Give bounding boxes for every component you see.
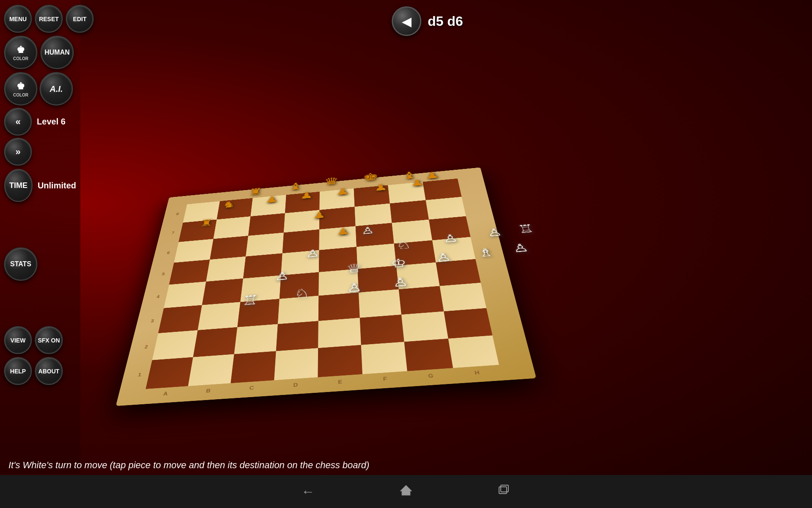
square-A6[interactable] xyxy=(174,239,213,262)
nav-recent-button[interactable] xyxy=(497,483,511,500)
level-display: Level 6 xyxy=(34,117,68,127)
time-button[interactable]: TIME xyxy=(4,169,33,202)
square-B3[interactable] xyxy=(198,302,240,330)
square-E1[interactable] xyxy=(318,345,362,377)
square-A3[interactable] xyxy=(158,305,202,333)
board-grid[interactable] xyxy=(145,179,499,389)
sfx-button[interactable]: SFX ON xyxy=(35,326,63,354)
edit-button[interactable]: EDIT xyxy=(66,5,93,33)
row-8: 8 xyxy=(174,205,181,224)
square-A7[interactable] xyxy=(178,219,217,242)
square-G4[interactable] xyxy=(396,262,439,290)
square-A4[interactable] xyxy=(164,282,206,308)
player2-color-button[interactable]: ♚ COLOR xyxy=(4,72,37,105)
square-E7[interactable] xyxy=(319,207,355,229)
piece-white-bishop-g3[interactable]: ♗ xyxy=(477,246,495,259)
square-F5[interactable] xyxy=(357,243,396,269)
square-E5[interactable] xyxy=(319,247,357,272)
square-E2[interactable] xyxy=(318,318,361,348)
col-g: G xyxy=(408,372,454,381)
nav-back-button[interactable]: ← xyxy=(301,484,315,500)
square-E8[interactable] xyxy=(319,188,354,210)
square-G1[interactable] xyxy=(404,339,453,371)
square-E3[interactable] xyxy=(318,293,360,321)
square-F6[interactable] xyxy=(355,223,394,247)
square-H7[interactable] xyxy=(425,197,466,220)
square-F7[interactable] xyxy=(354,204,392,226)
col-e: E xyxy=(318,378,362,387)
square-F1[interactable] xyxy=(361,342,407,374)
level-prev-button[interactable]: « xyxy=(4,108,32,135)
move-notation-area: ◀ d5 d6 xyxy=(392,6,463,36)
piece-white-pawn-g4[interactable]: ♙ xyxy=(486,227,503,238)
square-G2[interactable] xyxy=(401,311,448,342)
square-B1[interactable] xyxy=(188,354,234,386)
square-C3[interactable] xyxy=(237,299,279,327)
square-D2[interactable] xyxy=(276,321,318,351)
stats-button[interactable]: STATS xyxy=(4,248,37,281)
about-button[interactable]: ABOUT xyxy=(35,357,63,385)
square-F3[interactable] xyxy=(359,289,401,318)
square-E4[interactable] xyxy=(318,269,358,295)
square-H6[interactable] xyxy=(429,216,471,240)
square-D1[interactable] xyxy=(274,348,318,380)
col-h: H xyxy=(453,369,501,378)
square-G5[interactable] xyxy=(394,240,436,266)
square-D3[interactable] xyxy=(277,295,318,324)
level-next-button[interactable]: » xyxy=(4,138,32,166)
time-value: Unlimited xyxy=(38,181,76,190)
player1-type-button[interactable]: HUMAN xyxy=(41,36,74,69)
square-B7[interactable] xyxy=(213,216,250,239)
square-G6[interactable] xyxy=(392,220,432,244)
square-C2[interactable] xyxy=(234,324,278,354)
square-G3[interactable] xyxy=(399,286,444,315)
help-row: HELP ABOUT xyxy=(4,357,76,385)
square-H5[interactable] xyxy=(432,237,476,262)
square-F4[interactable] xyxy=(357,266,399,293)
square-F8[interactable] xyxy=(354,185,390,207)
square-D4[interactable] xyxy=(279,272,319,299)
svg-rect-2 xyxy=(501,485,508,492)
square-A1[interactable] xyxy=(145,357,193,389)
square-H3[interactable] xyxy=(439,283,486,312)
square-B6[interactable] xyxy=(210,236,248,260)
square-A5[interactable] xyxy=(169,260,210,284)
square-D7[interactable] xyxy=(283,210,319,232)
row-1: 1 xyxy=(134,361,145,390)
square-C7[interactable] xyxy=(248,213,285,236)
reset-button[interactable]: RESET xyxy=(35,5,63,33)
square-G7[interactable] xyxy=(390,200,429,223)
menu-button[interactable]: MENU xyxy=(4,5,32,33)
square-C4[interactable] xyxy=(240,275,281,302)
square-H2[interactable] xyxy=(444,308,492,339)
chess-board-perspective: 8 7 6 5 4 3 2 1 A B C D E F G H ♜ xyxy=(82,165,587,447)
square-D6[interactable] xyxy=(282,229,319,253)
square-C5[interactable] xyxy=(243,253,282,278)
square-E6[interactable] xyxy=(319,226,356,250)
square-B5[interactable] xyxy=(206,257,246,282)
nav-home-button[interactable] xyxy=(399,483,413,500)
square-D5[interactable] xyxy=(281,250,319,276)
row-7: 7 xyxy=(170,223,177,243)
square-A2[interactable] xyxy=(152,330,198,360)
square-D8[interactable] xyxy=(285,192,319,213)
square-B4[interactable] xyxy=(202,279,243,305)
view-button[interactable]: VIEW xyxy=(4,326,32,354)
status-message: It's White's turn to move (tap piece to … xyxy=(8,460,369,470)
piece-white-pawn-h3[interactable]: ♙ xyxy=(511,242,530,254)
square-H1[interactable] xyxy=(448,335,499,368)
view-row: VIEW SFX ON xyxy=(4,326,76,354)
square-F2[interactable] xyxy=(359,315,404,345)
player1-color-button[interactable]: ♚ COLOR xyxy=(4,36,37,69)
ai-button[interactable]: A.I. xyxy=(40,72,73,105)
square-C1[interactable] xyxy=(230,351,276,383)
android-nav-bar: ← xyxy=(0,475,812,508)
back-move-button[interactable]: ◀ xyxy=(392,6,421,36)
help-button[interactable]: HELP xyxy=(4,357,32,385)
svg-marker-0 xyxy=(400,485,412,495)
col-f: F xyxy=(362,375,408,383)
square-B2[interactable] xyxy=(193,327,237,357)
col-a: A xyxy=(144,390,187,398)
square-C6[interactable] xyxy=(246,232,283,256)
square-H4[interactable] xyxy=(436,259,481,286)
